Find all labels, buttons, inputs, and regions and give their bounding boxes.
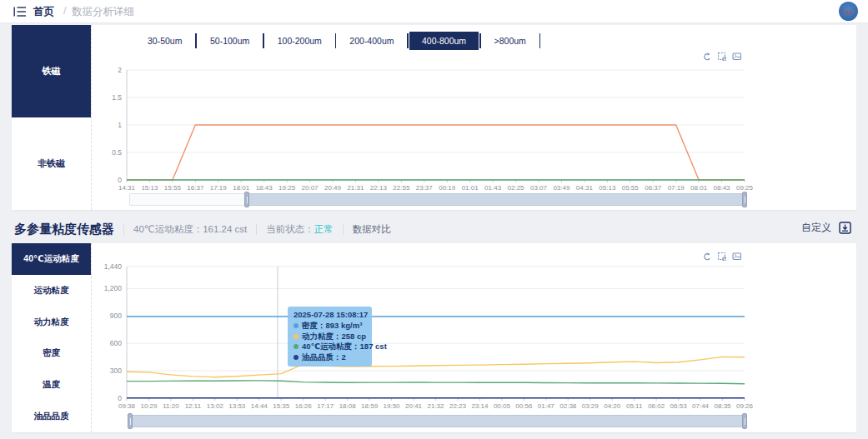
- svg-text:20:41: 20:41: [405, 402, 423, 410]
- svg-text:23:37: 23:37: [416, 184, 434, 192]
- sensor-tab-1[interactable]: 运动粘度: [12, 275, 91, 307]
- svg-text:05:11: 05:11: [626, 402, 643, 410]
- magnet-tab-0[interactable]: 铁磁: [12, 25, 91, 117]
- current-status: 当前状态：正常: [266, 223, 334, 236]
- svg-text:15:13: 15:13: [141, 184, 158, 192]
- customize-button[interactable]: 自定义: [801, 221, 831, 235]
- svg-text:17:19: 17:19: [210, 184, 228, 192]
- svg-text:0: 0: [118, 394, 122, 402]
- svg-text:04:31: 04:31: [576, 184, 594, 192]
- menu-fold-icon[interactable]: [13, 6, 27, 17]
- status-value: 正常: [314, 224, 334, 234]
- sensor-tab-2[interactable]: 动力粘度: [12, 307, 91, 338]
- breadcrumb-home[interactable]: 首页: [33, 5, 54, 19]
- series-dot-icon: [294, 344, 299, 349]
- magnet-tab-column: 铁磁非铁磁: [12, 25, 92, 210]
- svg-text:16:37: 16:37: [187, 184, 204, 192]
- chart-tooltip: 2025-07-28 15:08:17 密度：893 kg/m³动力粘度：258…: [288, 307, 372, 367]
- datazoom-left-handle[interactable]: [244, 192, 249, 207]
- series-dot-icon: [294, 323, 299, 328]
- svg-text:1,440: 1,440: [104, 262, 123, 271]
- svg-text:23:14: 23:14: [471, 402, 489, 410]
- svg-text:19:25: 19:25: [278, 184, 296, 192]
- svg-text:21:32: 21:32: [427, 402, 444, 410]
- svg-text:01:01: 01:01: [462, 184, 479, 192]
- svg-text:14:44: 14:44: [251, 402, 268, 410]
- svg-text:07:44: 07:44: [692, 402, 710, 410]
- user-avatar[interactable]: inzec: [839, 2, 858, 21]
- svg-text:22:13: 22:13: [370, 184, 388, 192]
- svg-text:01:47: 01:47: [538, 402, 555, 410]
- svg-text:11:20: 11:20: [163, 402, 179, 410]
- datazoom-right-handle[interactable]: [742, 413, 747, 429]
- svg-text:1: 1: [118, 121, 122, 129]
- particle-chart[interactable]: 00.511.5214:3115:1315:5516:3717:1918:011…: [92, 25, 856, 192]
- sensor-tab-5[interactable]: 油品品质: [12, 401, 91, 432]
- viscosity-section-header: 多参量粘度传感器 40℃运动粘度：161.24 cst 当前状态：正常 数据对比…: [0, 217, 868, 242]
- svg-text:12:11: 12:11: [185, 402, 202, 410]
- svg-text:00:05: 00:05: [494, 402, 511, 410]
- svg-text:13:02: 13:02: [207, 402, 224, 410]
- sensor-tab-3[interactable]: 密度: [12, 337, 91, 369]
- svg-text:04:20: 04:20: [604, 402, 621, 410]
- viscosity-metric: 40℃运动粘度：161.24 cst: [133, 223, 247, 236]
- svg-text:15:55: 15:55: [164, 184, 182, 192]
- svg-text:03:49: 03:49: [553, 184, 570, 192]
- export-icon[interactable]: [839, 222, 851, 234]
- svg-text:1,200: 1,200: [104, 284, 123, 292]
- svg-text:10:29: 10:29: [140, 402, 158, 410]
- svg-text:14:31: 14:31: [118, 184, 136, 192]
- svg-text:02:38: 02:38: [559, 402, 577, 410]
- series-dot-icon: [294, 334, 299, 339]
- sensor-tab-4[interactable]: 温度: [12, 369, 91, 401]
- svg-text:08:43: 08:43: [714, 184, 731, 192]
- svg-text:08:35: 08:35: [715, 402, 732, 410]
- svg-text:05:55: 05:55: [622, 184, 640, 192]
- svg-text:0.5: 0.5: [112, 148, 122, 157]
- svg-text:06:53: 06:53: [670, 402, 688, 410]
- viscosity-panel: 40℃运动粘度运动粘度动力粘度密度温度油品品质 03006009001,2001…: [12, 243, 856, 432]
- tooltip-row-0: 密度：893 kg/m³: [294, 321, 366, 332]
- svg-text:18:59: 18:59: [361, 402, 379, 410]
- datazoom-right-handle[interactable]: [742, 192, 747, 207]
- svg-text:21:31: 21:31: [347, 184, 364, 192]
- breadcrumb-current: 数据分析详细: [72, 5, 134, 19]
- data-compare-link[interactable]: 数据对比: [353, 223, 391, 236]
- datazoom-left-handle[interactable]: [128, 413, 133, 429]
- tooltip-row-2: 40℃运动粘度：187 cst: [294, 342, 366, 352]
- svg-text:03:29: 03:29: [582, 402, 600, 410]
- svg-text:06:02: 06:02: [648, 402, 665, 410]
- viscosity-datazoom-slider[interactable]: [129, 415, 745, 427]
- svg-text:900: 900: [110, 312, 122, 320]
- svg-text:1.5: 1.5: [112, 93, 122, 102]
- svg-text:19:50: 19:50: [384, 402, 401, 410]
- svg-text:05:13: 05:13: [599, 184, 616, 192]
- sensor-tab-column: 40℃运动粘度运动粘度动力粘度密度温度油品品质: [12, 243, 92, 432]
- viscosity-chart[interactable]: 03006009001,2001,44009:3810:2911:2012:11…: [92, 243, 856, 413]
- svg-text:18:08: 18:08: [339, 402, 357, 410]
- series-dot-icon: [294, 355, 299, 360]
- svg-text:01:43: 01:43: [484, 184, 502, 192]
- svg-text:17:17: 17:17: [317, 402, 334, 410]
- sensor-tab-0[interactable]: 40℃运动粘度: [12, 243, 91, 275]
- avatar-logo-text: inzec: [843, 9, 855, 14]
- tooltip-time: 2025-07-28 15:08:17: [294, 310, 366, 319]
- svg-text:03:07: 03:07: [530, 184, 548, 192]
- particle-datazoom-slider[interactable]: [129, 193, 745, 206]
- svg-text:08:01: 08:01: [690, 184, 708, 192]
- tooltip-row-3: 油品品质：2: [294, 352, 366, 363]
- svg-text:00:56: 00:56: [515, 402, 533, 410]
- svg-text:22:23: 22:23: [449, 402, 467, 410]
- page: 首页 / 数据分析详细 inzec 铁磁非铁磁 30-50um50-100um1…: [0, 0, 868, 439]
- svg-text:13:53: 13:53: [228, 402, 246, 410]
- section-title: 多参量粘度传感器: [14, 222, 114, 237]
- svg-text:300: 300: [110, 367, 122, 375]
- svg-text:02:25: 02:25: [508, 184, 525, 192]
- svg-text:600: 600: [110, 339, 122, 347]
- svg-text:15:35: 15:35: [273, 402, 290, 410]
- magnet-tab-1[interactable]: 非铁磁: [12, 117, 91, 210]
- svg-text:09:26: 09:26: [736, 402, 754, 410]
- svg-text:18:01: 18:01: [233, 184, 250, 192]
- svg-text:09:38: 09:38: [118, 402, 136, 410]
- svg-text:07:19: 07:19: [668, 184, 685, 192]
